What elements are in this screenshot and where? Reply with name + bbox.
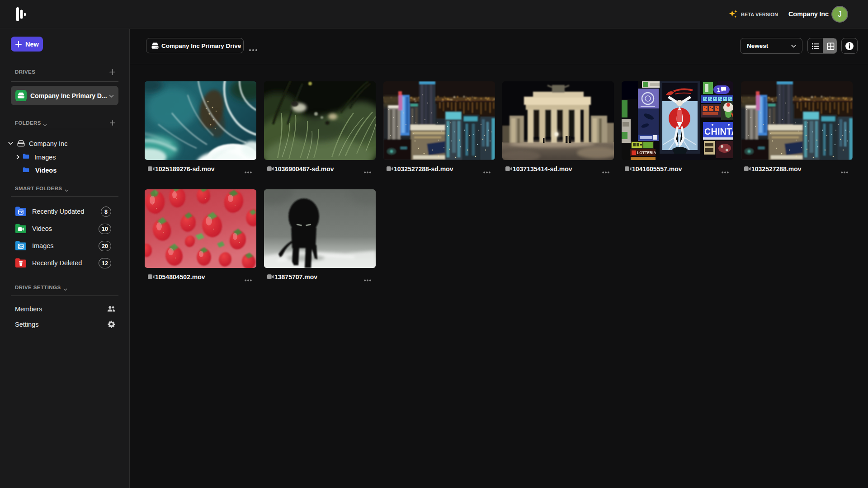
svg-text:1: 1 <box>717 86 720 93</box>
svg-text:LOTTERIA: LOTTERIA <box>637 150 656 155</box>
svg-text:CHINTA: CHINTA <box>704 127 733 136</box>
